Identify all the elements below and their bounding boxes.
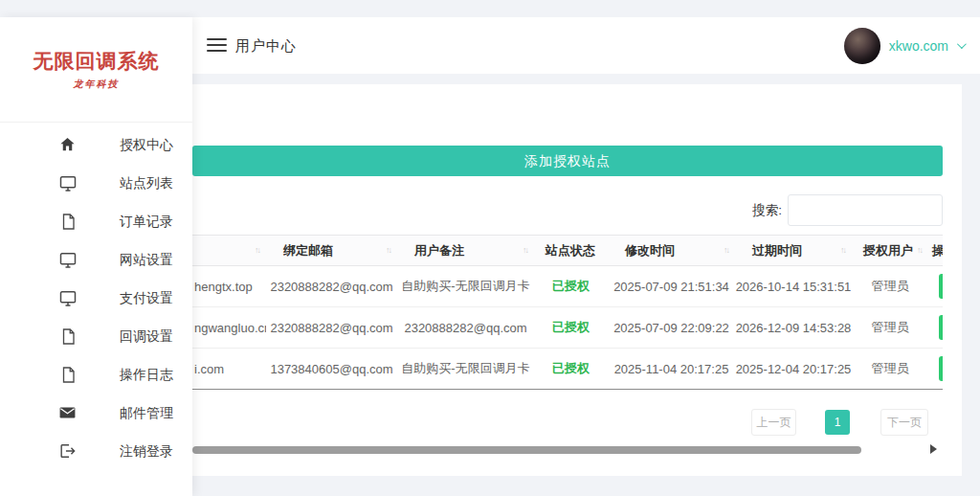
status-badge: 已授权 xyxy=(534,319,608,336)
sidebar-item-label: 邮件管理 xyxy=(120,394,173,432)
sort-icons[interactable]: ↑↓ xyxy=(523,236,527,265)
page-title: 用户中心 xyxy=(235,17,297,74)
cell-auth-user: 管理员 xyxy=(852,319,928,336)
sidebar-item-label: 订单记录 xyxy=(120,202,173,240)
cell-expire-time: 2026-10-14 15:31:51 xyxy=(735,280,852,294)
table-row: i.com 1373840605@qq.com 自助购买-无限回调月卡 已授权 … xyxy=(192,349,943,390)
column-label: 用户备注 xyxy=(414,243,464,258)
user-menu[interactable]: xkwo.com xyxy=(844,17,964,74)
cell-actions xyxy=(928,315,943,340)
status-badge: 已授权 xyxy=(534,360,608,377)
column-header-status[interactable]: 站点状态 xyxy=(534,236,608,265)
sort-icons[interactable]: ↑↓ xyxy=(724,236,728,265)
column-label: 操作 xyxy=(932,243,943,258)
cell-remark: 2320888282@qq.com xyxy=(397,321,534,335)
sort-icons[interactable]: ↑↓ xyxy=(386,236,390,265)
file-icon xyxy=(57,327,78,347)
hamburger-menu-icon[interactable] xyxy=(207,38,227,52)
scrollbar-right-arrow-icon[interactable] xyxy=(930,444,937,454)
table-header-row: ↑↓ 绑定邮箱 ↑↓ 用户备注 ↑↓ 站点状态 修改时间 ↑↓ 过期时间 ↑↓ xyxy=(192,235,943,266)
sidebar-item-mail-manage[interactable]: 邮件管理 xyxy=(0,394,192,432)
cell-email: 2320888282@qq.com xyxy=(266,321,397,335)
pagination-prev-button[interactable]: 上一页 xyxy=(751,409,796,436)
search-input[interactable] xyxy=(788,194,943,226)
row-action-button[interactable] xyxy=(939,356,943,381)
content-card: 添加授权站点 搜索: ↑↓ 绑定邮箱 ↑↓ 用户备注 ↑↓ 站点状态 修改时间 … xyxy=(192,84,962,476)
file-icon xyxy=(57,212,78,232)
search-label: 搜索: xyxy=(705,194,782,227)
row-action-button[interactable] xyxy=(939,274,943,299)
brand-subtitle: 龙年科技 xyxy=(0,78,192,91)
cell-domain: i.com xyxy=(192,362,266,376)
column-label: 修改时间 xyxy=(625,243,675,258)
sidebar-item-order-log[interactable]: 订单记录 xyxy=(0,202,192,240)
monitor-icon xyxy=(57,250,78,270)
cell-expire-time: 2025-12-04 20:17:25 xyxy=(735,362,852,376)
pagination-next-button[interactable]: 下一页 xyxy=(880,409,928,436)
row-action-button[interactable] xyxy=(939,315,943,340)
logout-icon xyxy=(57,441,78,462)
sidebar-item-label: 操作日志 xyxy=(120,355,173,394)
cell-domain: hengtx.top xyxy=(192,280,266,294)
cell-domain: ngwangluo.cn1 xyxy=(192,321,266,335)
monitor-icon xyxy=(57,288,78,308)
column-label: 绑定邮箱 xyxy=(283,243,333,258)
sort-icons[interactable]: ↑↓ xyxy=(255,236,259,265)
sidebar-item-operation-log[interactable]: 操作日志 xyxy=(0,355,192,394)
column-header-expires[interactable]: 过期时间 ↑↓ xyxy=(735,236,852,265)
horizontal-scrollbar[interactable] xyxy=(192,446,943,454)
table-row: ngwangluo.cn1 2320888282@qq.com 23208882… xyxy=(192,307,943,349)
sidebar-item-label: 网站设置 xyxy=(120,240,173,279)
column-header-auth-user[interactable]: 授权用户 ↑↓ xyxy=(852,236,928,265)
auth-sites-table: ↑↓ 绑定邮箱 ↑↓ 用户备注 ↑↓ 站点状态 修改时间 ↑↓ 过期时间 ↑↓ xyxy=(192,235,943,390)
status-badge: 已授权 xyxy=(534,278,608,295)
cell-modified-time: 2025-07-09 22:09:22 xyxy=(608,321,735,335)
column-label: 过期时间 xyxy=(752,243,802,258)
sidebar-item-label: 授权中心 xyxy=(120,125,173,164)
sidebar-item-label: 回调设置 xyxy=(120,317,173,355)
sort-icons[interactable]: ↑↓ xyxy=(917,236,922,265)
file-icon xyxy=(57,365,78,385)
add-auth-site-button[interactable]: 添加授权站点 xyxy=(192,146,943,176)
brand-logo: 无限回调系统 xyxy=(0,48,192,75)
column-label: 站点状态 xyxy=(546,243,595,258)
cell-expire-time: 2026-12-09 14:53:28 xyxy=(735,321,852,335)
cell-auth-user: 管理员 xyxy=(852,278,928,295)
cell-actions xyxy=(928,274,943,299)
home-icon xyxy=(57,135,78,155)
cell-modified-time: 2025-11-04 20:17:25 xyxy=(608,362,735,376)
sidebar-item-website-settings[interactable]: 网站设置 xyxy=(0,240,192,279)
cell-auth-user: 管理员 xyxy=(852,360,928,377)
top-header: 用户中心 xkwo.com xyxy=(192,17,980,74)
chevron-down-icon xyxy=(957,39,967,49)
column-header-modified[interactable]: 修改时间 ↑↓ xyxy=(608,236,735,265)
divider xyxy=(0,122,192,123)
sidebar-item-label: 注销登录 xyxy=(120,432,173,470)
cell-actions xyxy=(928,356,943,381)
sidebar-item-auth-center[interactable]: 授权中心 xyxy=(0,125,192,164)
pagination-current-page[interactable]: 1 xyxy=(825,410,850,435)
column-header-actions[interactable]: 操作 xyxy=(928,236,943,265)
mail-icon xyxy=(57,403,78,423)
sidebar-item-logout[interactable]: 注销登录 xyxy=(0,432,192,470)
scrollbar-thumb[interactable] xyxy=(192,446,861,454)
monitor-icon xyxy=(57,173,78,193)
username: xkwo.com xyxy=(889,38,948,54)
column-header-remark[interactable]: 用户备注 ↑↓ xyxy=(397,236,534,265)
avatar[interactable] xyxy=(844,28,880,64)
table-row: hengtx.top 2320888282@qq.com 自助购买-无限回调月卡… xyxy=(192,266,943,307)
cell-email: 2320888282@qq.com xyxy=(266,280,397,294)
cell-remark: 自助购买-无限回调月卡 xyxy=(397,360,534,377)
sidebar: 无限回调系统 龙年科技 授权中心 站点列表 订单记录 网站设置 支付设置 xyxy=(0,17,192,496)
sidebar-item-site-list[interactable]: 站点列表 xyxy=(0,164,192,202)
column-header-domain[interactable]: ↑↓ xyxy=(192,236,266,265)
column-header-email[interactable]: 绑定邮箱 ↑↓ xyxy=(266,236,397,265)
cell-email: 1373840605@qq.com xyxy=(266,362,397,376)
cell-modified-time: 2025-07-09 21:51:34 xyxy=(608,280,735,294)
sort-icons[interactable]: ↑↓ xyxy=(840,236,845,265)
sidebar-item-label: 支付设置 xyxy=(120,279,173,317)
sidebar-item-payment-settings[interactable]: 支付设置 xyxy=(0,279,192,317)
column-label: 授权用户 xyxy=(863,243,913,258)
sidebar-item-label: 站点列表 xyxy=(120,164,173,202)
sidebar-item-callback-settings[interactable]: 回调设置 xyxy=(0,317,192,355)
